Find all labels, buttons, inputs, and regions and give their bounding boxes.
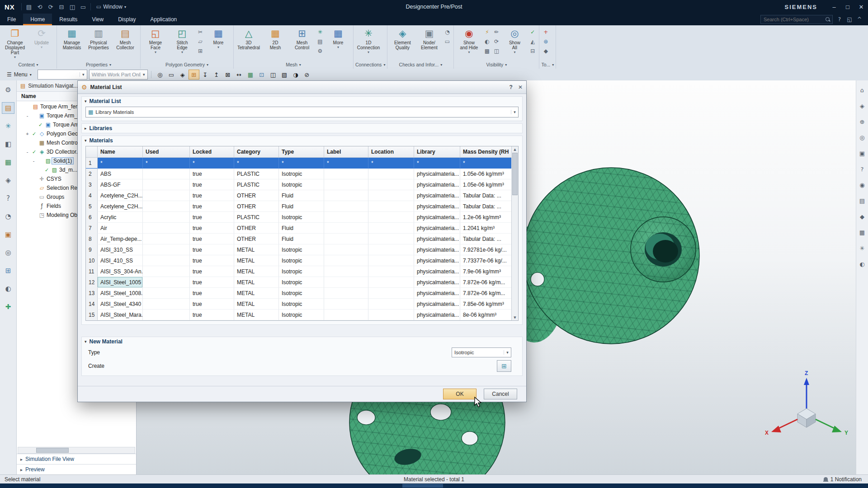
trimetric-view-icon[interactable]: ◈: [857, 101, 868, 111]
command-search[interactable]: [760, 15, 833, 24]
ribbon-group-label[interactable]: Mesh▾: [236, 61, 351, 69]
ribbon-group-label[interactable]: To...▾: [541, 61, 554, 69]
notification-area[interactable]: 1 Notification: [823, 476, 868, 483]
help-navigator-icon[interactable]: ?: [2, 192, 14, 204]
zoom-fit-icon[interactable]: ⊕: [857, 117, 868, 127]
render-style-icon[interactable]: ◉: [857, 180, 868, 190]
show-hatch-icon[interactable]: ▩: [482, 47, 491, 55]
microphone-icon[interactable]: ◫: [67, 2, 78, 12]
menu-tab-view[interactable]: View: [85, 14, 111, 25]
show-and-hide-button[interactable]: ◉ Show and Hide ▾: [456, 26, 482, 54]
invert-shown-icon[interactable]: ◐: [482, 38, 491, 46]
snap-end-icon[interactable]: ↧: [200, 70, 211, 80]
library-materials-combo[interactable]: ▦ Library Materials ▾: [85, 107, 519, 117]
datum-csys-icon[interactable]: ⊕: [541, 38, 550, 46]
mesh-control-button[interactable]: ⊞ Mesh Control: [289, 26, 315, 50]
0d-mesh-icon[interactable]: ✳: [316, 28, 325, 36]
shaded-view-icon[interactable]: ▧: [279, 70, 290, 80]
simulation-file-view-section[interactable]: ▸ Simulation File View: [17, 454, 136, 464]
menu-button[interactable]: ☰ Menu ▾: [3, 70, 36, 79]
search-input[interactable]: [763, 16, 825, 23]
history-icon[interactable]: ◔: [2, 211, 14, 222]
show-only-icon[interactable]: ✓: [528, 28, 537, 36]
refresh-display-icon[interactable]: ⟳: [492, 38, 501, 46]
create-material-button[interactable]: ⊞: [497, 360, 511, 372]
materials-table-scrollbar[interactable]: ▲ ▼: [511, 146, 518, 320]
ribbon-group-label[interactable]: Polygon Geometry▾: [142, 61, 231, 69]
reuse-library-icon[interactable]: ▣: [2, 229, 14, 240]
rectangle-select-icon[interactable]: ▭: [166, 70, 177, 80]
change-displayed-part-button[interactable]: ❐ Change Displayed Part ▾: [2, 26, 28, 59]
process-studio-icon[interactable]: ⊞: [2, 265, 14, 277]
minimize-button[interactable]: –: [827, 0, 841, 14]
menu-tab-display[interactable]: Display: [111, 14, 143, 25]
window-menu[interactable]: ▭ Window ▾: [93, 4, 130, 10]
bounding-box-icon[interactable]: ▭: [443, 38, 452, 46]
dialog-help-button[interactable]: ?: [509, 84, 513, 90]
stitch-edge-button[interactable]: ◰ Stitch Edge ▾: [169, 26, 195, 54]
simulation-information-icon[interactable]: ◔: [443, 28, 452, 36]
flange-hole[interactable]: [357, 410, 375, 425]
half-shade-icon[interactable]: ◑: [290, 70, 301, 80]
save-icon[interactable]: ▤: [24, 2, 34, 12]
pan-view-icon[interactable]: ↔: [234, 70, 245, 80]
minimize-ribbon-icon[interactable]: ^: [855, 16, 863, 23]
tree-checkbox[interactable]: ✓: [44, 167, 50, 173]
immediate-hide-icon[interactable]: ⚡: [482, 28, 491, 36]
mesh-settings-icon[interactable]: ⚙: [316, 47, 325, 55]
flange-hole[interactable]: [430, 404, 451, 420]
undo-icon[interactable]: ⟲: [34, 2, 45, 12]
polygon-more-button[interactable]: ▦ More ▾: [205, 26, 231, 49]
ribbon-group-label[interactable]: Checks and Infor...▾: [389, 61, 452, 69]
layer-settings-icon[interactable]: ▤: [857, 196, 868, 206]
customize-icon[interactable]: ⚙: [2, 84, 14, 96]
grid-display-icon[interactable]: ▦: [857, 227, 868, 237]
layer-settings-icon[interactable]: ◫: [492, 47, 501, 55]
snap-intersection-icon[interactable]: ⊠: [222, 70, 233, 80]
highlight-faces-icon[interactable]: ◈: [177, 70, 188, 80]
edit-display-icon[interactable]: ✏: [492, 28, 501, 36]
simulation-navigator-icon[interactable]: ▤: [2, 102, 14, 114]
scrollbar-thumb[interactable]: [512, 153, 518, 195]
grid-snap-icon[interactable]: ⊞: [189, 70, 199, 80]
tree-expander[interactable]: -: [31, 158, 36, 164]
material-row-7[interactable]: 7 Air true OTHER Fluid physicalmateria..…: [86, 223, 512, 234]
material-row-6[interactable]: 6 Acrylic true PLASTIC Isotropic physica…: [86, 212, 512, 223]
bolt-hole[interactable]: [531, 272, 544, 286]
tree-checkbox[interactable]: ✓: [31, 149, 37, 155]
ribbon-group-label[interactable]: Context▾: [2, 61, 55, 69]
materials-section-header[interactable]: ▾ Materials: [82, 136, 522, 145]
menu-tab-application[interactable]: Application: [143, 14, 184, 25]
touch-mode-icon[interactable]: ✚: [2, 301, 14, 313]
menu-tab-results[interactable]: Results: [52, 14, 85, 25]
manage-views-icon[interactable]: ◐: [2, 283, 14, 295]
snap-mid-icon[interactable]: ↥: [211, 70, 222, 80]
datum-point-icon[interactable]: +: [541, 28, 550, 36]
snapshot-icon[interactable]: ▣: [857, 148, 868, 158]
material-row-8[interactable]: 8 Air_Temp-depe... true OTHER Fluid phys…: [86, 234, 512, 244]
close-button[interactable]: ✕: [854, 0, 868, 14]
new-material-section-header[interactable]: ▾ New Material: [82, 337, 522, 346]
element-quality-button[interactable]: ◈ Element Quality: [389, 26, 415, 50]
xy-function-navigator-icon[interactable]: ▦: [2, 156, 14, 168]
material-row-13[interactable]: 13 AISI_Steel_1008... true METAL Isotrop…: [86, 288, 512, 299]
mesh-3d-tetrahedral-button[interactable]: △ 3D Tetrahedral: [236, 26, 262, 50]
web-browser-icon[interactable]: ◎: [2, 247, 14, 258]
material-row-5[interactable]: 5 Acetylene_C2H... true OTHER Fluid phys…: [86, 201, 512, 212]
materials-table-header[interactable]: Name Used Locked Category Type Label Loc…: [86, 146, 512, 158]
mesh-collector-button[interactable]: ▤ Mesh Collector: [112, 26, 138, 50]
command-prediction-icon[interactable]: ⊟: [56, 2, 67, 12]
scroll-down-arrow[interactable]: ▼: [512, 314, 518, 320]
trim-face-icon[interactable]: ✂: [196, 28, 205, 36]
navigator-horizontal-scrollbar[interactable]: [18, 447, 135, 454]
show-all-button[interactable]: ◎ Show All ▾: [501, 26, 528, 54]
material-list-section-header[interactable]: ▾ Material List: [82, 97, 522, 106]
datum-plane-icon[interactable]: ◆: [541, 47, 550, 55]
ribbon-group-label[interactable]: Connections▾: [355, 61, 385, 69]
fill-hole-icon[interactable]: ▱: [196, 38, 205, 46]
material-row-12[interactable]: 12 AISI_Steel_1005 true METAL Isotropic …: [86, 277, 512, 288]
tree-expander[interactable]: +: [25, 131, 30, 136]
node-element-button[interactable]: ▣ Node/ Element: [416, 26, 442, 50]
material-row-10[interactable]: 10 AISI_410_SS true METAL Isotropic phys…: [86, 255, 512, 266]
clip-section-icon[interactable]: ◆: [857, 211, 868, 221]
